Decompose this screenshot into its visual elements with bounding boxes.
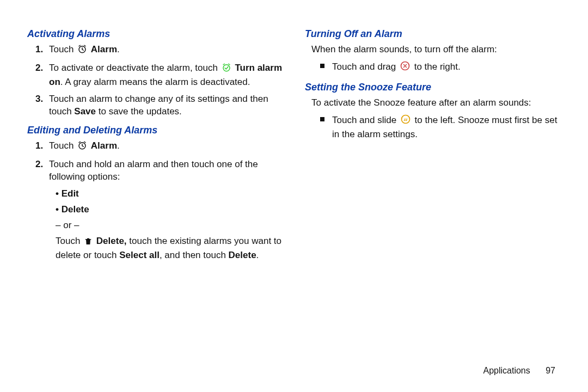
body-text: Touch and drag [332,62,396,72]
body-text: to save the updates. [96,106,182,117]
or-separator: – or – [56,219,283,232]
label-delete: • Delete [56,204,89,215]
bullet-edit: • Edit [56,188,283,200]
svg-text:zz: zz [403,118,408,121]
page-footer: Applications 97 [483,365,555,377]
left-column: Activating Alarms Touch Alarm. To activa… [27,22,283,266]
body-text: . A gray alarm means the alarm is deacti… [60,77,250,87]
alarm-on-icon [222,63,231,76]
body-text: Touch [49,140,74,151]
heading-snooze-feature: Setting the Snooze Feature [305,81,561,94]
list-item: Touch Alarm. [46,140,283,154]
punct: . [117,140,120,151]
heading-activating-alarms: Activating Alarms [27,27,283,40]
label-alarm: Alarm [91,140,117,151]
label-select-all: Select all [119,250,160,260]
footer-section-label: Applications [483,366,530,375]
body-text: To activate the Snooze feature after an … [311,97,561,109]
list-item: To activate or deactivate the alarm, tou… [46,62,283,89]
body-text: Touch [56,236,80,246]
label-alarm: Alarm [91,44,117,54]
bullet-delete: • Delete [56,204,283,216]
alarm-clock-icon [77,44,87,58]
label-edit: • Edit [56,188,79,199]
list-item: Touch an alarm to change any of its sett… [46,93,283,118]
svg-rect-3 [85,239,91,240]
list-item: Touch Delete, touch the existing alarms … [56,235,283,262]
right-column: Turning Off an Alarm When the alarm soun… [305,22,561,266]
dismiss-circle-icon [400,60,411,75]
body-text: , and then touch [160,250,229,260]
heading-turning-off-alarm: Turning Off an Alarm [305,27,561,40]
list-item: Touch and hold an alarm and then touch o… [46,158,283,183]
alarm-clock-icon [77,140,87,154]
body-text: When the alarm sounds, to turn off the a… [311,44,561,56]
label-delete: Delete, [96,236,127,246]
body-text: Touch and slide [332,115,396,125]
body-text: To activate or deactivate the alarm, tou… [49,63,218,73]
punct: . [117,44,120,54]
list-item: Touch Alarm. [46,44,283,58]
list-item: Touch and drag to the right. [320,60,561,75]
body-text: Touch and hold an alarm and then touch o… [49,159,258,182]
list-item: Touch and slide zz to the left. Snooze m… [320,114,561,141]
body-text: Touch [49,44,74,54]
punct: . [256,250,259,260]
trash-icon [84,237,93,249]
label-delete: Delete [229,250,256,260]
heading-editing-deleting-alarms: Editing and Deleting Alarms [27,124,283,137]
snooze-circle-icon: zz [400,114,411,128]
page-number: 97 [546,366,555,375]
svg-point-1 [223,65,230,71]
body-text: to the right. [414,62,461,72]
label-save: Save [74,106,96,117]
